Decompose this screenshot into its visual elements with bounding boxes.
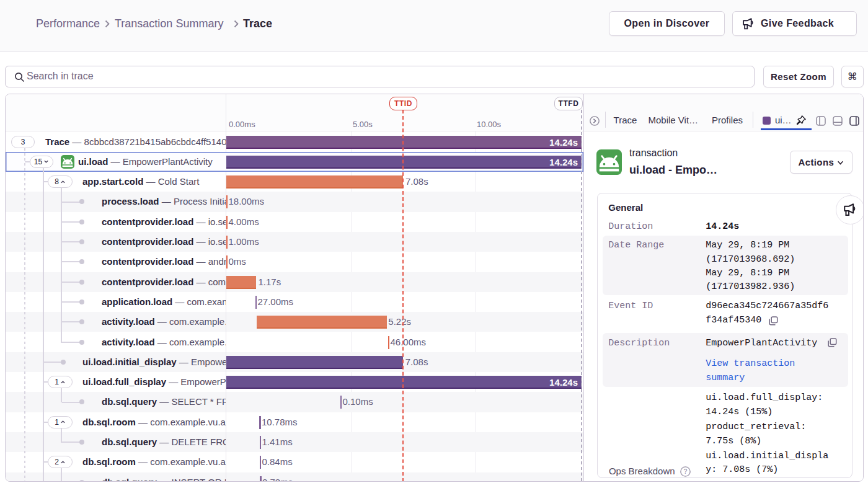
svg-text:?: ? — [684, 468, 688, 475]
